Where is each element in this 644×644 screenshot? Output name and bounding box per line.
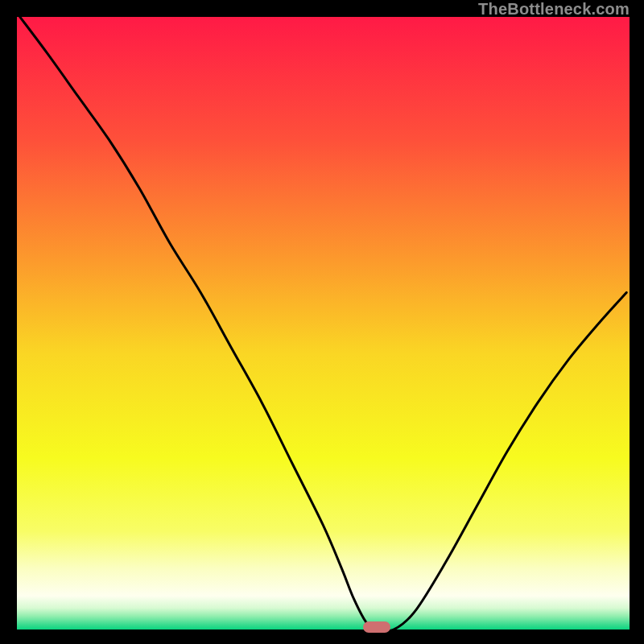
bottleneck-curve: [17, 17, 630, 630]
chart-frame: TheBottleneck.com: [0, 0, 644, 644]
plot-area: [17, 17, 630, 630]
bottleneck-curve-path: [20, 17, 626, 630]
optimal-marker: [363, 621, 390, 633]
watermark-text: TheBottleneck.com: [478, 0, 630, 19]
